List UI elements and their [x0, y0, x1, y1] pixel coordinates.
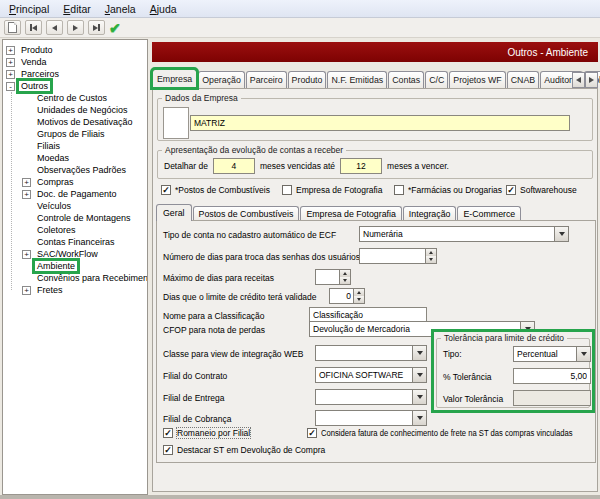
postos-combustiveis-checkbox[interactable]: *Postos de Combustíveis [161, 185, 270, 195]
subtab-integracao[interactable]: Integração [403, 206, 457, 221]
first-record-button[interactable] [25, 20, 42, 35]
expand-icon[interactable]: + [22, 190, 31, 199]
confirm-check-icon[interactable]: ✔ [109, 21, 121, 35]
ecf-dropdown[interactable]: Numerária [359, 226, 569, 242]
tree-label[interactable]: Ambiente [35, 261, 77, 271]
empresa-fotografia-checkbox[interactable]: Empresa de Fotografia [282, 185, 382, 195]
tree-label[interactable]: Motivos de Desativação [35, 117, 135, 127]
tree-label[interactable]: Contas Financeiras [35, 237, 117, 247]
senhas-spinner[interactable] [359, 248, 437, 264]
tab-operacao[interactable]: Operação [198, 71, 245, 88]
next-record-button[interactable] [67, 20, 84, 35]
percent-tolerancia-field[interactable] [513, 368, 591, 384]
expand-icon[interactable]: + [6, 46, 15, 55]
subtab-postos-de-combustiveis[interactable]: Postos de Combustíveis [193, 206, 300, 221]
tipo-dropdown[interactable]: Percentual [513, 346, 591, 362]
checkbox-icon[interactable] [506, 185, 516, 195]
tree-item-veiculos[interactable]: Veículos [3, 200, 147, 212]
tree-label[interactable]: Venda [19, 57, 49, 67]
tree-item-moedas[interactable]: Moedas [3, 152, 147, 164]
tree-item-sac-workflow[interactable]: + SAC/WorkFlow [3, 248, 147, 260]
validade-spinner[interactable]: 0 [329, 288, 365, 304]
softwarehouse-checkbox[interactable]: Softwarehouse [506, 185, 577, 195]
tab-empresa[interactable]: Empresa [152, 69, 197, 88]
tree-label[interactable]: Compras [35, 177, 76, 187]
tree-item-grupos-de-filiais[interactable]: Grupos de Filiais [3, 128, 147, 140]
meses-vencidas-field[interactable] [213, 158, 255, 174]
destacar-st-checkbox[interactable]: Destacar ST em Devolução de Compra [163, 445, 325, 455]
expand-icon[interactable]: + [22, 250, 31, 259]
company-name-field[interactable] [190, 115, 570, 131]
considera-fatura-checkbox[interactable]: Considera fatura de conhecimento de fret… [307, 428, 600, 438]
tree-item-centro-de-custos[interactable]: Centro de Custos [3, 92, 147, 104]
tab-projetos-wf[interactable]: Projetos WF [449, 71, 505, 88]
farmacias-drogarias-checkbox[interactable]: *Farmácias ou Drogarias [394, 185, 502, 195]
checkbox-icon[interactable] [394, 185, 404, 195]
tree-label[interactable]: Doc. de Pagamento [35, 189, 119, 199]
tree-label[interactable]: Parceiros [19, 69, 61, 79]
expand-icon[interactable]: + [22, 286, 31, 295]
tab-contas[interactable]: Contas [388, 71, 424, 88]
expand-icon[interactable]: + [22, 178, 31, 187]
tab-scroll-left-button[interactable] [572, 72, 585, 88]
dropdown-arrow-icon[interactable] [412, 346, 426, 360]
tree-label[interactable]: Moedas [35, 153, 71, 163]
tree-label[interactable]: Centro de Custos [35, 93, 109, 103]
tree-label[interactable]: Observações Padrões [35, 165, 128, 175]
expand-icon[interactable]: + [6, 70, 15, 79]
tree-label[interactable]: SAC/WorkFlow [35, 249, 100, 259]
spinner-buttons[interactable] [425, 249, 436, 263]
filial-contrato-dropdown[interactable]: OFICINA SOFTWARE [315, 367, 427, 383]
tree-item-unidades-de-negocios[interactable]: Unidades de Negócios [3, 104, 147, 116]
tree-label[interactable]: Fretes [35, 285, 65, 295]
tab-parceiro[interactable]: Parceiro [246, 71, 287, 88]
tree-item-coletores[interactable]: Coletores [3, 224, 147, 236]
tab-cnab[interactable]: CNAB [507, 71, 539, 88]
checkbox-icon[interactable] [307, 428, 317, 438]
dropdown-arrow-icon[interactable] [412, 368, 426, 382]
menu-principal[interactable]: Principal [2, 1, 56, 17]
subtab-e-commerce[interactable]: E-Commerce [457, 206, 521, 221]
classe-web-dropdown[interactable] [315, 345, 427, 361]
checkbox-icon[interactable] [161, 185, 171, 195]
tree-item-motivos-de-desativacao[interactable]: Motivos de Desativação [3, 116, 147, 128]
subtab-geral[interactable]: Geral [156, 204, 192, 221]
expand-icon[interactable]: + [6, 58, 15, 67]
tree-label[interactable]: Unidades de Negócios [35, 105, 130, 115]
tree-item-contas-financeiras[interactable]: Contas Financeiras [3, 236, 147, 248]
tab-scroll-right-button[interactable] [585, 72, 598, 88]
subtab-empresa-de-fotografia[interactable]: Empresa de Fotografia [300, 206, 401, 221]
tree-label[interactable]: Outros [19, 81, 50, 91]
checkbox-icon[interactable] [163, 428, 173, 438]
tree-label[interactable]: Convênios para Recebimentos c [35, 273, 148, 283]
dropdown-arrow-icon[interactable] [412, 390, 426, 404]
tab-produto[interactable]: Produto [288, 71, 327, 88]
tree-label[interactable]: Coletores [35, 225, 78, 235]
dropdown-arrow-icon[interactable] [576, 347, 590, 361]
tree-item-outros[interactable]: - Outros [3, 80, 147, 92]
tree-label[interactable]: Grupos de Filiais [35, 129, 107, 139]
meses-a-vencer-field[interactable] [340, 158, 382, 174]
tree-item-filiais[interactable]: Filiais [3, 140, 147, 152]
tree-item-doc-de-pagamento[interactable]: + Doc. de Pagamento [3, 188, 147, 200]
tab-cc[interactable]: C/C [425, 71, 448, 88]
prior-record-button[interactable] [46, 20, 63, 35]
tree-item-controle-de-montagens[interactable]: Controle de Montagens [3, 212, 147, 224]
tree-item-parceiros[interactable]: + Parceiros [3, 68, 147, 80]
tab-nf-emitidas[interactable]: N.F. Emitidas [327, 71, 387, 88]
menu-editar[interactable]: Editar [56, 1, 97, 17]
tree-item-compras[interactable]: + Compras [3, 176, 147, 188]
checkbox-icon[interactable] [282, 185, 292, 195]
tree-label[interactable]: Produto [19, 45, 55, 55]
tree-label[interactable]: Veículos [35, 201, 73, 211]
menu-janela[interactable]: Janela [98, 1, 143, 17]
romaneio-por-filial-checkbox[interactable]: Romaneio por Filial [163, 428, 250, 438]
spinner-buttons[interactable] [353, 289, 364, 303]
tree-label[interactable]: Controle de Montagens [35, 213, 133, 223]
last-record-button[interactable] [88, 20, 105, 35]
tree-item-ambiente[interactable]: Ambiente [3, 260, 147, 272]
tree-item-fretes[interactable]: + Fretes [3, 284, 147, 296]
tree-item-venda[interactable]: + Venda [3, 56, 147, 68]
spinner-buttons[interactable] [339, 270, 350, 284]
dropdown-arrow-icon[interactable] [412, 411, 426, 425]
